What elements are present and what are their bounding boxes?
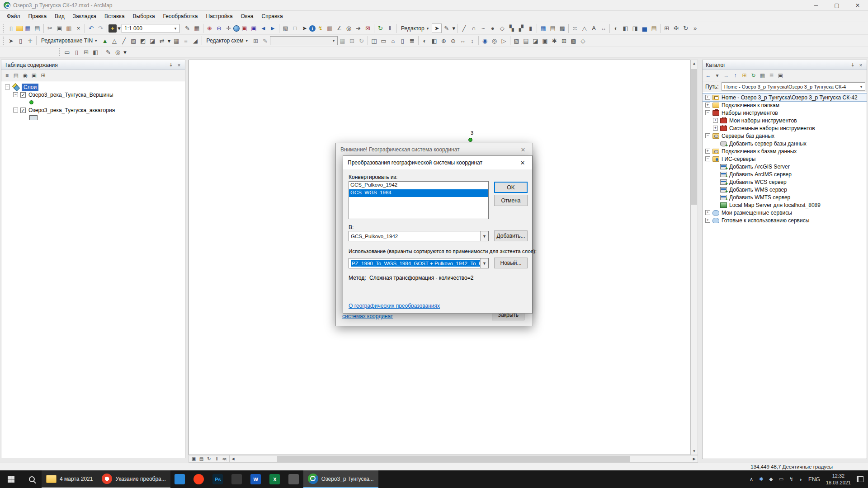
topology-edit-icon[interactable]: △	[580, 23, 589, 33]
editor-toggle-icon[interactable]: ✎	[183, 23, 192, 33]
list-by-visibility-icon[interactable]: ◉	[21, 71, 29, 80]
edit-tool-icon[interactable]: ➤	[432, 23, 442, 33]
catalog-tree-item[interactable]: Добавить WMTS сервер	[703, 193, 867, 201]
page-layout-3-icon[interactable]: ⌂	[388, 36, 398, 46]
tin-breakline-icon[interactable]: ╱	[119, 36, 129, 46]
tin-swap-edge-icon[interactable]: ⇄	[157, 36, 167, 46]
select-features-icon[interactable]: ▧	[281, 23, 290, 33]
catalog-tree-item[interactable]: −ГИС-серверы	[703, 155, 867, 163]
layout-select-icon[interactable]: ➤	[6, 36, 16, 46]
open-icon[interactable]	[16, 26, 23, 31]
app-photoshop[interactable]: Ps	[208, 470, 227, 488]
tin-node-icon[interactable]: △	[110, 36, 119, 46]
tree-expander[interactable]: −	[13, 108, 18, 113]
go-to-xy-icon[interactable]: ⊠	[363, 23, 373, 33]
layout-view-icon[interactable]: ▤	[198, 455, 205, 462]
app-player[interactable]	[227, 470, 246, 488]
app-browser[interactable]	[189, 470, 208, 488]
list-item-selected[interactable]: GCS_WGS_1984	[349, 189, 488, 197]
frame-tool-1-icon[interactable]: ▭	[62, 47, 72, 57]
new-button[interactable]: Новый...	[494, 258, 528, 268]
point-symbol[interactable]	[29, 100, 33, 104]
chevron-down-icon[interactable]: ▼	[480, 258, 488, 268]
page-layout-5-icon[interactable]: ≣	[407, 36, 417, 46]
launch-window-icon[interactable]: ▣	[776, 71, 785, 80]
toc-layer-row[interactable]: − ✓ Озеро3_река_Тунгуска_Вершины	[1, 91, 185, 99]
new-map-icon[interactable]: ▯	[6, 23, 16, 33]
catalog-tree-item[interactable]: Добавить ArcIMS сервер	[703, 170, 867, 178]
cut-icon[interactable]: ✂	[45, 23, 55, 33]
menu-вставка[interactable]: Вставка	[100, 12, 129, 21]
frame-tool-3-icon[interactable]: ⊞	[81, 47, 91, 57]
layer-name[interactable]: Озеро3_река_Тунгуска_Вершины	[28, 92, 113, 98]
zoom-whole-page-icon[interactable]: ▯	[16, 36, 25, 46]
maximize-button[interactable]: ▢	[826, 0, 847, 10]
chevron-down-icon[interactable]: ▾	[858, 84, 865, 89]
raster-tools-6-icon[interactable]: ↕	[467, 36, 477, 46]
editor-menu[interactable]: Редактор▾	[398, 23, 432, 33]
catalog-back-icon[interactable]: ←	[704, 71, 712, 80]
frame-tool-4-icon[interactable]: ◧	[91, 47, 100, 57]
cancel-button[interactable]: Отмена	[494, 195, 528, 206]
catalog-refresh-icon[interactable]: ↻	[749, 71, 758, 80]
path-combo[interactable]: Home - Озеро 3_р Тунгуска\Озеро 3_р Тунг…	[722, 82, 865, 91]
layer-checkbox[interactable]: ✓	[20, 108, 26, 113]
raster-tools-4-icon[interactable]: ⊖	[448, 36, 458, 46]
horizontal-scroll-thumb[interactable]	[277, 456, 630, 462]
chevron-down-icon[interactable]: ▾	[330, 38, 337, 43]
fixed-zoom-in-icon[interactable]: ▣	[240, 23, 249, 33]
network-analyst-2-icon[interactable]: ◎	[490, 36, 499, 46]
catalog-tree-item[interactable]: +Подключения к папкам	[703, 101, 867, 109]
layer-name[interactable]: Озеро3_река_Тунгуска_акватория	[28, 107, 115, 113]
catalog-tree-item[interactable]: +Подключения к базам данных	[703, 147, 867, 155]
raster-tools-3-icon[interactable]: ⊕	[439, 36, 448, 46]
menu-настройка[interactable]: Настройка	[202, 12, 237, 21]
arcmap-window[interactable]: Озеро3_р Тунгуска...	[303, 470, 378, 488]
find-route-icon[interactable]: ➔	[354, 23, 363, 33]
cut-polygons-icon[interactable]: ▞	[516, 23, 526, 33]
pin-icon[interactable]: ↧	[849, 61, 857, 69]
scroll-down-icon[interactable]: ▼	[691, 448, 698, 455]
app-excel[interactable]: X	[265, 470, 284, 488]
view-overflow-icon[interactable]: ≪	[221, 455, 228, 462]
connect-to-folder-icon[interactable]: ⊞	[740, 71, 749, 80]
chevron-down-icon[interactable]: ▼	[480, 231, 488, 241]
raster-tools-5-icon[interactable]: ↔	[458, 36, 467, 46]
tree-expander[interactable]: −	[705, 156, 710, 161]
page-layout-1-icon[interactable]: ◫	[369, 36, 379, 46]
pin-icon[interactable]: ↧	[167, 61, 175, 69]
undo-icon[interactable]: ↶	[86, 23, 96, 33]
schematic-layout-icon[interactable]: ⊟	[347, 36, 357, 46]
trace-tool-icon[interactable]: ~	[478, 23, 488, 33]
delete-icon[interactable]: ×	[74, 23, 83, 33]
list-item[interactable]: GCS_Pulkovo_1942	[349, 182, 488, 189]
catalog-tree-item[interactable]: Добавить WCS сервер	[703, 178, 867, 186]
schematic-save-icon[interactable]: ▦	[338, 36, 347, 46]
html-popup-icon[interactable]: ▥	[325, 23, 335, 33]
search-button[interactable]	[22, 470, 42, 488]
misc-tool-1-icon[interactable]: ▧	[512, 36, 521, 46]
menu-закладка[interactable]: Закладка	[69, 12, 100, 21]
catalog-tree-item[interactable]: Добавить ArcGIS Server	[703, 163, 867, 170]
tray-antivirus[interactable]: ✱	[759, 476, 763, 482]
tray-battery[interactable]: ▭	[779, 476, 783, 482]
clear-selection-icon[interactable]: □	[290, 23, 300, 33]
go-forward-extent-icon[interactable]: ►	[268, 23, 278, 33]
file-explorer-window[interactable]: 4 марта 2021	[42, 470, 97, 488]
find-icon[interactable]: ◎	[344, 23, 354, 33]
refresh-view-icon[interactable]: ↻	[376, 23, 385, 33]
toc-root-label[interactable]: Слои	[22, 84, 38, 91]
schematic-edit-icon[interactable]: ✎	[260, 36, 270, 46]
tin-dropdown-icon[interactable]: ▾	[167, 36, 172, 46]
pan-layout-icon[interactable]: ✛	[25, 36, 35, 46]
page-layout-4-icon[interactable]: ▯	[398, 36, 407, 46]
tree-view-icon[interactable]: ≣	[767, 71, 776, 80]
misc-tool-7-icon[interactable]: ▩	[569, 36, 578, 46]
catalog-tree-item[interactable]: +Мои наборы инструментов	[703, 117, 867, 124]
catalog-tree-item[interactable]: +Home - Озеро 3_р Тунгуска\Озеро 3_р Тун…	[703, 94, 867, 101]
tree-expander[interactable]: −	[705, 133, 710, 138]
tree-expander[interactable]: +	[705, 210, 710, 215]
tin-fill-right-icon[interactable]: ◪	[148, 36, 157, 46]
refresh-map-icon[interactable]: ↻	[205, 455, 213, 462]
zoom-in-icon[interactable]: ⊕	[205, 23, 214, 33]
